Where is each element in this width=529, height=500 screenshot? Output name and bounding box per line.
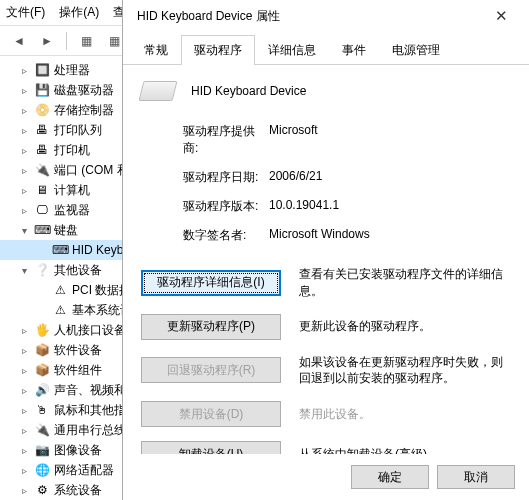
- expander-icon[interactable]: ▹: [18, 404, 30, 416]
- tree-item-label: 磁盘驱动器: [54, 82, 114, 99]
- row-provider: 驱动程序提供商: Microsoft: [141, 123, 511, 157]
- action-row-disable: 禁用设备(D) 禁用此设备。: [141, 401, 511, 427]
- expander-icon[interactable]: ▹: [18, 324, 30, 336]
- device-icon: 🔌: [34, 422, 50, 438]
- update-driver-button[interactable]: 更新驱动程序(P): [141, 314, 281, 340]
- expander-icon[interactable]: ▾: [18, 224, 30, 236]
- row-signer: 数字签名者: Microsoft Windows: [141, 227, 511, 244]
- device-icon: 🖶: [34, 142, 50, 158]
- device-icon: ⚠: [52, 302, 68, 318]
- forward-icon[interactable]: ►: [36, 30, 58, 52]
- device-manager-window: 文件(F) 操作(A) 查看(V) ◄ ► ▦ ▦ ▦ ▹🔲处理器▹💾磁盘驱动器…: [0, 0, 529, 500]
- expander-icon[interactable]: ▹: [18, 344, 30, 356]
- menu-file[interactable]: 文件(F): [6, 4, 45, 21]
- rollback-driver-button: 回退驱动程序(R): [141, 357, 281, 383]
- device-icon: 🔌: [34, 162, 50, 178]
- driver-details-desc: 查看有关已安装驱动程序文件的详细信息。: [299, 266, 511, 300]
- signer-label: 数字签名者:: [141, 227, 269, 244]
- version-value: 10.0.19041.1: [269, 198, 511, 215]
- expander-icon[interactable]: ▹: [18, 424, 30, 436]
- expander-icon[interactable]: ▹: [18, 184, 30, 196]
- action-row-update: 更新驱动程序(P) 更新此设备的驱动程序。: [141, 314, 511, 340]
- expander-icon[interactable]: ▹: [18, 84, 30, 96]
- tab-details[interactable]: 详细信息: [255, 35, 329, 65]
- device-icon: 🔲: [34, 62, 50, 78]
- uninstall-device-button[interactable]: 卸载设备(U): [141, 441, 281, 454]
- disable-device-button: 禁用设备(D): [141, 401, 281, 427]
- tree-item-label: 软件设备: [54, 342, 102, 359]
- expander-icon: [36, 304, 48, 316]
- rollback-driver-desc: 如果该设备在更新驱动程序时失败，则回退到以前安装的驱动程序。: [299, 354, 511, 388]
- toolbar-icon[interactable]: ▦: [75, 30, 97, 52]
- tab-body-driver: HID Keyboard Device 驱动程序提供商: Microsoft 驱…: [123, 65, 529, 454]
- device-icon: ❔: [34, 262, 50, 278]
- expander-icon[interactable]: ▹: [18, 464, 30, 476]
- expander-icon[interactable]: ▹: [18, 484, 30, 496]
- action-row-rollback: 回退驱动程序(R) 如果该设备在更新驱动程序时失败，则回退到以前安装的驱动程序。: [141, 354, 511, 388]
- expander-icon[interactable]: ▹: [18, 144, 30, 156]
- tree-item-label: 存储控制器: [54, 102, 114, 119]
- dialog-title: HID Keyboard Device 属性: [137, 8, 280, 25]
- signer-value: Microsoft Windows: [269, 227, 511, 244]
- expander-icon[interactable]: ▹: [18, 64, 30, 76]
- device-icon: 📦: [34, 342, 50, 358]
- properties-dialog: HID Keyboard Device 属性 ✕ 常规 驱动程序 详细信息 事件…: [122, 0, 529, 500]
- disable-device-desc: 禁用此设备。: [299, 406, 511, 423]
- back-icon[interactable]: ◄: [8, 30, 30, 52]
- driver-details-button[interactable]: 驱动程序详细信息(I): [141, 270, 281, 296]
- device-icon: 📷: [34, 442, 50, 458]
- expander-icon[interactable]: ▹: [18, 204, 30, 216]
- expander-icon[interactable]: ▹: [18, 164, 30, 176]
- expander-icon[interactable]: ▾: [18, 264, 30, 276]
- expander-icon: [36, 244, 48, 256]
- tree-item-label: 打印队列: [54, 122, 102, 139]
- row-date: 驱动程序日期: 2006/6/21: [141, 169, 511, 186]
- tabstrip: 常规 驱动程序 详细信息 事件 电源管理: [123, 34, 529, 65]
- tree-item-label: 系统设备: [54, 482, 102, 499]
- provider-value: Microsoft: [269, 123, 511, 157]
- ok-button[interactable]: 确定: [351, 465, 429, 489]
- tree-item-label: 处理器: [54, 62, 90, 79]
- device-icon: 🖐: [34, 322, 50, 338]
- provider-label: 驱动程序提供商:: [141, 123, 269, 157]
- tree-item-label: 计算机: [54, 182, 90, 199]
- cancel-button[interactable]: 取消: [437, 465, 515, 489]
- date-label: 驱动程序日期:: [141, 169, 269, 186]
- close-icon: ✕: [495, 7, 508, 25]
- tree-item-label: 其他设备: [54, 262, 102, 279]
- expander-icon: [36, 284, 48, 296]
- separator: [66, 32, 67, 50]
- tree-item-label: 键盘: [54, 222, 78, 239]
- tab-general[interactable]: 常规: [131, 35, 181, 65]
- device-icon: 💾: [34, 82, 50, 98]
- device-icon: 🖶: [34, 122, 50, 138]
- tree-item-label: 监视器: [54, 202, 90, 219]
- tab-power[interactable]: 电源管理: [379, 35, 453, 65]
- menu-action[interactable]: 操作(A): [59, 4, 99, 21]
- tree-item-label: 网络适配器: [54, 462, 114, 479]
- close-button[interactable]: ✕: [481, 2, 521, 30]
- tab-events[interactable]: 事件: [329, 35, 379, 65]
- tree-item-label: 图像设备: [54, 442, 102, 459]
- expander-icon[interactable]: ▹: [18, 444, 30, 456]
- device-icon: ⚙: [34, 482, 50, 498]
- expander-icon[interactable]: ▹: [18, 364, 30, 376]
- tree-item-label: 打印机: [54, 142, 90, 159]
- action-row-uninstall: 卸载设备(U) 从系统中卸载设备(高级)。: [141, 441, 511, 454]
- device-icon: 🌐: [34, 462, 50, 478]
- row-version: 驱动程序版本: 10.0.19041.1: [141, 198, 511, 215]
- device-icon: 🖵: [34, 202, 50, 218]
- tab-driver[interactable]: 驱动程序: [181, 35, 255, 65]
- expander-icon[interactable]: ▹: [18, 104, 30, 116]
- version-label: 驱动程序版本:: [141, 198, 269, 215]
- tree-item-label: 人机接口设备: [54, 322, 126, 339]
- device-icon: 🖱: [34, 402, 50, 418]
- uninstall-device-desc: 从系统中卸载设备(高级)。: [299, 446, 511, 454]
- expander-icon[interactable]: ▹: [18, 124, 30, 136]
- tree-item-label: 软件组件: [54, 362, 102, 379]
- device-icon: ⚠: [52, 282, 68, 298]
- device-header: HID Keyboard Device: [141, 81, 511, 101]
- device-icon: 🖥: [34, 182, 50, 198]
- device-icon: 📦: [34, 362, 50, 378]
- expander-icon[interactable]: ▹: [18, 384, 30, 396]
